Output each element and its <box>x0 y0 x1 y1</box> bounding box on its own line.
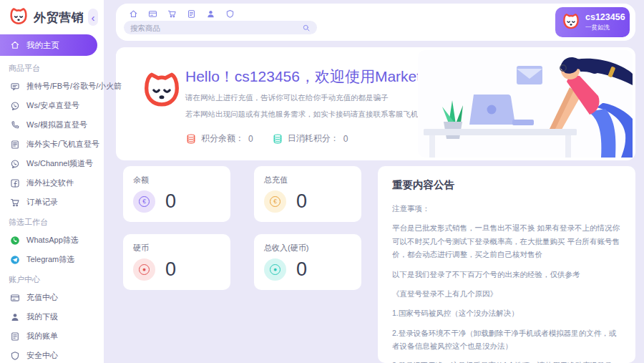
desk-illustration <box>418 50 633 158</box>
cart-icon[interactable] <box>167 9 177 19</box>
announcement-paragraph: 注意事项： <box>392 202 621 215</box>
announcement-paragraph: 1.国家号码被风控（这个没办法解决） <box>392 306 621 319</box>
user-name: cs123456 <box>585 12 625 24</box>
sidebar-item-twitter-fb-google[interactable]: 推特号/FB号/谷歌号/小火箭 <box>0 77 104 96</box>
sidebar-collapse-button[interactable]: ‹ <box>88 9 98 26</box>
stat-card-balance: 余额 € 0 <box>123 166 230 222</box>
whatsapp-icon <box>10 101 20 111</box>
stat-card-coins: 硬币 ● 0 <box>123 234 230 290</box>
coin-target-icon: ● <box>133 258 155 281</box>
telegram-icon <box>10 255 20 265</box>
announcement-paragraph: 以下是我们登录了不下百万个号的出来的经验，仅供参考 <box>392 268 621 281</box>
cart-icon <box>10 198 20 208</box>
whatsapp-icon <box>10 159 20 169</box>
bank-card-icon <box>10 293 20 303</box>
bill-icon[interactable] <box>187 9 196 19</box>
whatsapp-filled-icon <box>10 236 20 246</box>
sidebar-item-whatsapp-filter[interactable]: WhatsApp筛选 <box>0 231 104 250</box>
chat-icon <box>10 82 20 92</box>
balance-value: 0 <box>165 190 176 213</box>
user-badge[interactable]: cs123456 一贫如洗 <box>555 7 630 37</box>
points-balance: 积分余额： 0 <box>185 132 253 145</box>
user-icon <box>10 312 20 322</box>
brand: 外贸营销 ‹ <box>0 0 104 34</box>
announcement-paragraph: 《直登号登录不上有几个原因》 <box>392 287 621 300</box>
sidebar-item-overseas-social[interactable]: 海外社交软件 <box>0 173 104 193</box>
sidebar-section-account-center: 账户中心 <box>0 269 104 288</box>
sidebar-item-recharge-center[interactable]: 充值中心 <box>0 288 104 307</box>
welcome-card: Hello！cs123456，欢迎使用Marketing 请在网站上进行充值，告… <box>116 47 635 160</box>
stat-card-total-recharge: 总充值 € 0 <box>254 166 361 222</box>
announcement-paragraph: 3.登录IP不干净（这是权重最高的1个选项，请使用干净动态IP登录，登录概率大大… <box>392 359 621 363</box>
sidebar-item-home[interactable]: 我的主页 <box>0 34 97 56</box>
daily-points-value: 0 <box>343 134 348 144</box>
coins-icon <box>272 133 283 145</box>
avatar-cat-icon <box>561 12 581 32</box>
search-input[interactable] <box>130 24 302 32</box>
total-income-value: 0 <box>296 258 307 281</box>
points-balance-value: 0 <box>248 134 253 144</box>
sidebar-section-products: 商品平台 <box>0 58 104 77</box>
sidebar-item-telegram-filter[interactable]: Telegram筛选 <box>0 250 104 269</box>
brand-name: 外贸营销 <box>34 9 84 26</box>
hero-cat-logo-icon <box>140 69 184 114</box>
sidebar-item-my-subordinates[interactable]: 我的下级 <box>0 307 104 326</box>
sidebar-item-order-records[interactable]: 订单记录 <box>0 193 104 212</box>
shield-icon <box>10 351 20 361</box>
coins-value: 0 <box>165 258 176 281</box>
coin-target-icon: ● <box>264 258 286 281</box>
sidebar-item-security-center[interactable]: 安全中心 <box>0 346 104 363</box>
document-icon <box>10 140 20 150</box>
shield-icon[interactable] <box>225 9 235 19</box>
bank-card-icon[interactable] <box>148 9 157 19</box>
total-recharge-value: 0 <box>296 190 307 213</box>
coins-icon <box>185 133 197 145</box>
sidebar-item-my-bills[interactable]: 我的账单 <box>0 326 104 346</box>
stat-card-total-income: 总收入(硬币) ● 0 <box>254 234 361 290</box>
announcement-paragraph: 2.登录设备环境不干净（卸载删除干净手机或者模拟器里的文件，或者设备信息被风控这… <box>392 326 621 353</box>
sidebar-item-overseas-card[interactable]: 海外实卡/飞机直登号 <box>0 135 104 154</box>
daily-points-consumed: 日消耗积分： 0 <box>272 132 348 145</box>
announcement-panel: 重要内容公告 注意事项： 平台是已批发形式销售，一旦售出不退不换 如果有登录不上… <box>378 166 635 363</box>
topbar: cs123456 一贫如洗 <box>116 4 635 41</box>
main-content: cs123456 一贫如洗 Hello！cs123456，欢迎使用Marketi… <box>104 0 644 363</box>
search-bar <box>124 21 317 34</box>
user-tagline: 一贫如洗 <box>585 24 625 32</box>
announcement-paragraph: 平台是已批发形式销售，一旦售出不退不换 如果有登录不上的情况你可以不时买几个号测… <box>392 221 621 261</box>
euro-coin-icon: € <box>133 190 155 213</box>
sidebar-item-ws-emulator[interactable]: Ws/模拟器直登号 <box>0 115 104 135</box>
facebook-icon <box>10 178 20 188</box>
phone-icon <box>10 120 20 130</box>
stats-grid: 余额 € 0 总充值 € 0 硬币 ● 0 <box>116 166 372 363</box>
search-icon[interactable] <box>302 24 311 32</box>
brand-cat-logo-icon <box>8 6 29 28</box>
sidebar: 外贸营销 ‹ 我的主页 商品平台 推特号/FB号/谷歌号/小火箭 Ws/安卓直登… <box>0 0 104 363</box>
sidebar-item-ws-android[interactable]: Ws/安卓直登号 <box>0 96 104 115</box>
bill-icon <box>10 331 20 342</box>
sidebar-item-ws-channel[interactable]: Ws/Channel频道号 <box>0 154 104 173</box>
home-icon[interactable] <box>129 9 138 19</box>
coin-icon: € <box>264 190 286 213</box>
sidebar-section-filter-workbench: 筛选工作台 <box>0 212 104 231</box>
announcement-title: 重要内容公告 <box>392 178 621 192</box>
home-icon <box>10 40 20 50</box>
user-icon[interactable] <box>206 9 215 19</box>
